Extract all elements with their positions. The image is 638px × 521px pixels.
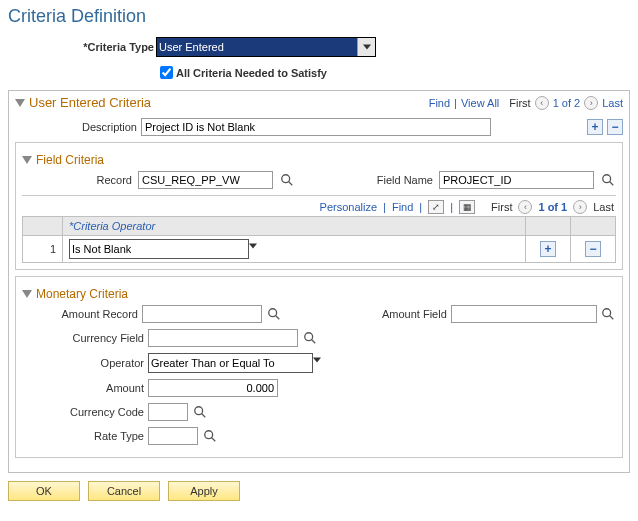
monetary-title: Monetary Criteria — [36, 287, 128, 301]
monetary-criteria-section: Monetary Criteria Amount Record Amount F… — [15, 276, 623, 458]
lookup-icon[interactable] — [266, 306, 281, 322]
col-rownum — [23, 217, 63, 236]
svg-point-6 — [603, 309, 611, 317]
add-row-icon[interactable]: + — [587, 119, 603, 135]
field-criteria-section: Field Criteria Record Field Name Persona… — [15, 142, 623, 270]
svg-point-2 — [603, 175, 611, 183]
lookup-icon[interactable] — [302, 330, 318, 346]
amount-input[interactable] — [148, 379, 278, 397]
zoom-icon[interactable]: ⤢ — [428, 200, 444, 214]
svg-point-4 — [268, 309, 276, 317]
grid-last-label: Last — [593, 201, 614, 213]
all-criteria-label: All Criteria Needed to Satisfy — [176, 67, 327, 79]
first-label: First — [509, 97, 530, 109]
criteria-grid: *Criteria Operator 1 Is Not Blank — [22, 216, 616, 263]
prev-icon[interactable]: ‹ — [518, 200, 532, 214]
collapse-icon[interactable] — [22, 156, 32, 164]
rate-type-input[interactable] — [148, 427, 198, 445]
collapse-icon[interactable] — [15, 99, 25, 107]
description-label: Description — [15, 121, 137, 133]
grid-find-link[interactable]: Find — [392, 201, 413, 213]
operator-label: Operator — [22, 357, 144, 369]
view-all-link[interactable]: View All — [461, 97, 499, 109]
svg-point-0 — [282, 175, 290, 183]
col-add — [526, 217, 571, 236]
svg-line-7 — [610, 316, 614, 320]
field-criteria-title: Field Criteria — [36, 153, 104, 167]
last-link[interactable]: Last — [602, 97, 623, 109]
amount-record-input[interactable] — [142, 305, 262, 323]
next-icon[interactable]: › — [573, 200, 587, 214]
user-entered-criteria-section: User Entered Criteria Find | View All Fi… — [8, 90, 630, 473]
description-input[interactable] — [141, 118, 491, 136]
amount-field-input[interactable] — [451, 305, 597, 323]
next-icon[interactable]: › — [584, 96, 598, 110]
lookup-icon[interactable] — [279, 172, 295, 188]
all-criteria-checkbox[interactable] — [160, 66, 173, 79]
prev-icon[interactable]: ‹ — [535, 96, 549, 110]
amount-label: Amount — [22, 382, 144, 394]
svg-line-13 — [212, 438, 216, 442]
user-entered-title: User Entered Criteria — [29, 95, 151, 110]
svg-line-1 — [289, 182, 293, 186]
page-title: Criteria Definition — [8, 6, 630, 27]
operator-select[interactable]: Greater Than or Equal To — [148, 353, 313, 373]
criteria-operator-select[interactable]: Is Not Blank — [69, 239, 249, 259]
svg-point-12 — [205, 431, 213, 439]
col-remove — [571, 217, 616, 236]
svg-line-3 — [610, 182, 614, 186]
lookup-icon[interactable] — [601, 306, 616, 322]
svg-point-10 — [195, 407, 203, 415]
criteria-type-select[interactable]: User Entered — [156, 37, 376, 57]
chevron-down-icon — [249, 239, 257, 259]
remove-row-icon[interactable]: − — [607, 119, 623, 135]
amount-record-label: Amount Record — [22, 308, 138, 320]
find-link[interactable]: Find — [429, 97, 450, 109]
grid-first-label: First — [491, 201, 512, 213]
lookup-icon[interactable] — [202, 428, 218, 444]
currency-field-input[interactable] — [148, 329, 298, 347]
svg-line-5 — [275, 316, 279, 320]
currency-field-label: Currency Field — [22, 332, 144, 344]
field-name-label: Field Name — [318, 174, 433, 186]
field-name-input[interactable] — [439, 171, 594, 189]
chevron-down-icon — [313, 353, 321, 373]
rate-type-label: Rate Type — [22, 430, 144, 442]
currency-code-input[interactable] — [148, 403, 188, 421]
svg-point-8 — [305, 333, 313, 341]
svg-line-9 — [312, 340, 316, 344]
download-icon[interactable]: ▦ — [459, 200, 475, 214]
row-remove-icon[interactable]: − — [585, 241, 601, 257]
criteria-type-label: *Criteria Type — [8, 41, 156, 53]
apply-button[interactable]: Apply — [168, 481, 240, 501]
row-index: 1 — [23, 236, 63, 263]
grid-range: 1 of 1 — [538, 201, 567, 213]
collapse-icon[interactable] — [22, 290, 32, 298]
currency-code-label: Currency Code — [22, 406, 144, 418]
lookup-icon[interactable] — [600, 172, 616, 188]
ok-button[interactable]: OK — [8, 481, 80, 501]
record-input[interactable] — [138, 171, 273, 189]
personalize-link[interactable]: Personalize — [320, 201, 377, 213]
amount-field-label: Amount Field — [285, 308, 447, 320]
lookup-icon[interactable] — [192, 404, 208, 420]
cancel-button[interactable]: Cancel — [88, 481, 160, 501]
table-row: 1 Is Not Blank + − — [23, 236, 616, 263]
range-text[interactable]: 1 of 2 — [553, 97, 581, 109]
record-label: Record — [22, 174, 132, 186]
svg-line-11 — [202, 414, 206, 418]
row-add-icon[interactable]: + — [540, 241, 556, 257]
col-operator: *Criteria Operator — [63, 217, 526, 236]
